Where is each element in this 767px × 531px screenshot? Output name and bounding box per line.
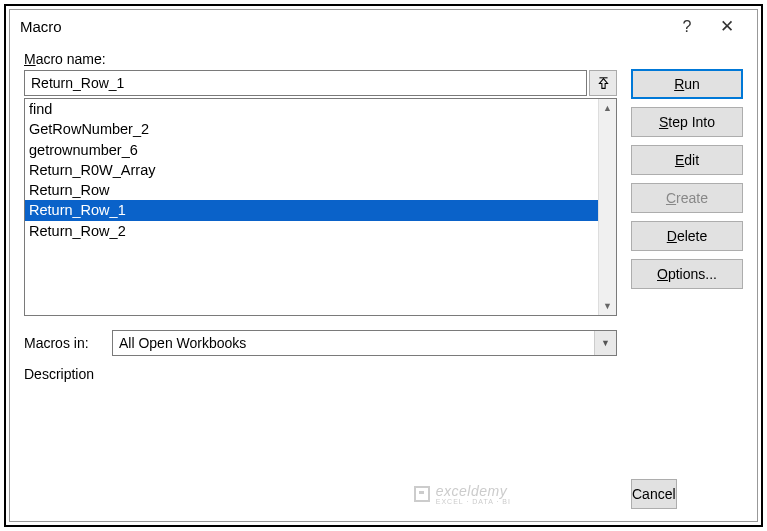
list-item[interactable]: GetRowNumber_2 <box>25 119 598 139</box>
macro-name-input[interactable] <box>24 70 587 96</box>
step-into-button[interactable]: Step Into <box>631 107 743 137</box>
list-item[interactable]: find <box>25 99 598 119</box>
list-item[interactable]: Return_Row_2 <box>25 221 598 241</box>
watermark: exceldemy EXCEL · DATA · BI <box>414 484 511 505</box>
arrow-up-icon <box>597 77 610 90</box>
description-label: Description <box>24 366 617 382</box>
scrollbar[interactable]: ▲ ▼ <box>598 99 616 315</box>
macro-dialog: Macro ? ✕ Macro name: findGetRowNumber_2… <box>9 9 758 522</box>
help-button[interactable]: ? <box>667 18 707 36</box>
edit-button[interactable]: Edit <box>631 145 743 175</box>
macro-list[interactable]: findGetRowNumber_2getrownumber_6Return_R… <box>25 99 598 315</box>
macros-in-select[interactable] <box>112 330 617 356</box>
run-button[interactable]: Run <box>631 69 743 99</box>
description-area <box>24 386 617 463</box>
list-item[interactable]: getrownumber_6 <box>25 140 598 160</box>
dialog-title: Macro <box>20 18 667 35</box>
macros-in-label: Macros in: <box>24 335 102 351</box>
delete-button[interactable]: Delete <box>631 221 743 251</box>
close-button[interactable]: ✕ <box>707 16 747 37</box>
list-item[interactable]: Return_Row_1 <box>25 200 598 220</box>
list-item[interactable]: Return_R0W_Array <box>25 160 598 180</box>
watermark-icon <box>414 486 430 502</box>
scroll-up-icon[interactable]: ▲ <box>599 99 616 117</box>
cancel-button[interactable]: Cancel <box>631 479 677 509</box>
create-button: Create <box>631 183 743 213</box>
list-item[interactable]: Return_Row <box>25 180 598 200</box>
macro-name-label: Macro name: <box>24 51 617 67</box>
scroll-down-icon[interactable]: ▼ <box>599 297 616 315</box>
titlebar: Macro ? ✕ <box>10 10 757 43</box>
go-to-macro-button[interactable] <box>589 70 617 96</box>
options-button[interactable]: Options... <box>631 259 743 289</box>
scroll-track[interactable] <box>599 117 616 297</box>
